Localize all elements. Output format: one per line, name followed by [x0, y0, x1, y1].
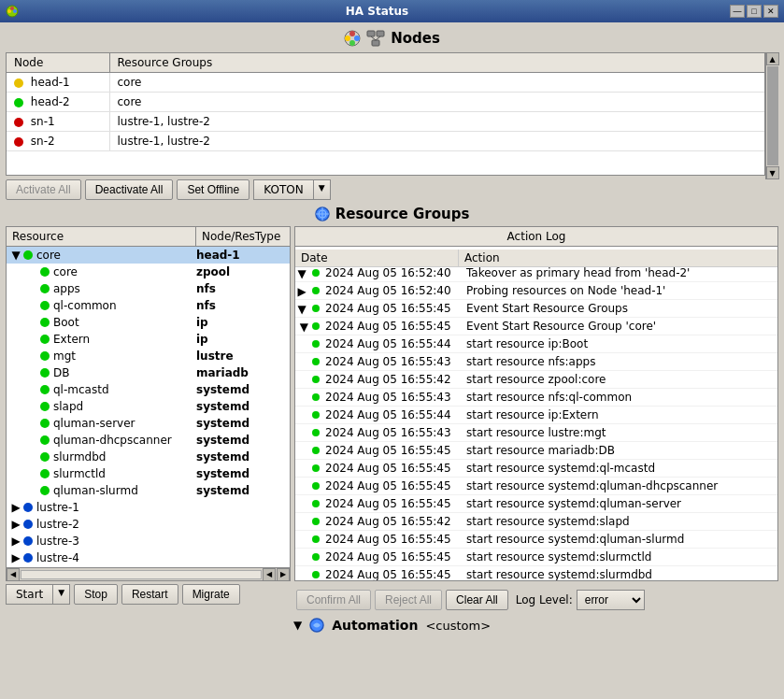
- tree-item[interactable]: ▶ lustre-4: [7, 549, 290, 566]
- log-row-date: 2024 Aug 05 16:55:44: [308, 407, 463, 423]
- cluster-name[interactable]: KOTON: [253, 179, 312, 200]
- nodes-scrollbar[interactable]: ▲ ▼: [765, 52, 778, 179]
- tree-item[interactable]: ql-common nfs: [7, 297, 290, 314]
- tree-item[interactable]: ▶ lustre-3: [7, 533, 290, 549]
- log-toggle[interactable]: ▼: [297, 267, 306, 280]
- close-button[interactable]: ✕: [763, 5, 778, 18]
- node-name-cell[interactable]: head-2: [7, 93, 109, 112]
- log-row[interactable]: ▶ 2024 Aug 05 16:52:40 Probing resources…: [295, 282, 777, 300]
- log-status-dot: [312, 429, 320, 436]
- tree-item[interactable]: slurmdbd systemd: [7, 449, 290, 465]
- log-row[interactable]: 2024 Aug 05 16:55:45 start resource syst…: [295, 566, 777, 581]
- log-level-select[interactable]: debuginfowarningerrorcritical: [577, 590, 645, 610]
- automation-collapse-arrow[interactable]: ▼: [293, 619, 302, 632]
- maximize-button[interactable]: □: [747, 5, 762, 18]
- automation-icon: [309, 618, 324, 633]
- set-offline-button[interactable]: Set Offline: [177, 179, 249, 200]
- log-row-expand: ▼: [295, 300, 308, 316]
- clear-all-button[interactable]: Clear All: [446, 590, 508, 610]
- log-row[interactable]: 2024 Aug 05 16:55:43 start resource nfs:…: [295, 389, 777, 407]
- resource-groups-title: Resource Groups: [6, 206, 778, 222]
- node-name-cell[interactable]: sn-1: [7, 112, 109, 132]
- log-toggle[interactable]: ▼: [297, 303, 306, 316]
- node-groups-cell: lustre-1, lustre-2: [109, 112, 764, 132]
- tree-hscrollbar[interactable]: ◀ ◀ ▶: [7, 567, 290, 580]
- tree-item[interactable]: mgt lustre: [7, 348, 290, 364]
- reject-all-button[interactable]: Reject All: [375, 590, 442, 610]
- tree-item[interactable]: qluman-dhcpscanner systemd: [7, 432, 290, 449]
- log-row-expand: [295, 371, 308, 374]
- tree-item[interactable]: apps nfs: [7, 280, 290, 297]
- tree-item[interactable]: slapd systemd: [7, 398, 290, 415]
- log-row[interactable]: 2024 Aug 05 16:55:43 start resource nfs:…: [295, 353, 777, 371]
- log-row[interactable]: 2024 Aug 05 16:55:45 start resource syst…: [295, 495, 777, 513]
- log-toggle[interactable]: ▼: [300, 321, 308, 334]
- tree-item-dot: [23, 250, 33, 260]
- scroll-up-arrow[interactable]: ▲: [766, 52, 779, 65]
- tree-item-node: ip: [196, 316, 290, 329]
- tree-item[interactable]: slurmctld systemd: [7, 465, 290, 482]
- log-row[interactable]: ▼ 2024 Aug 05 16:55:45 Event Start Resou…: [295, 318, 777, 335]
- log-row-expand: [295, 549, 308, 551]
- confirm-all-button[interactable]: Confirm All: [296, 590, 371, 610]
- log-level-label: Log Level:: [516, 593, 573, 606]
- tree-item[interactable]: Boot ip: [7, 314, 290, 331]
- restart-button[interactable]: Restart: [121, 584, 178, 605]
- migrate-button[interactable]: Migrate: [182, 584, 240, 605]
- node-name-cell[interactable]: sn-2: [7, 132, 109, 151]
- hscroll-right2[interactable]: ▶: [277, 568, 290, 581]
- log-row[interactable]: 2024 Aug 05 16:55:45 start resource syst…: [295, 531, 777, 549]
- titlebar-icon: [6, 5, 24, 18]
- automation-label: Automation: [332, 618, 418, 633]
- tree-toggle[interactable]: ▼: [10, 249, 21, 262]
- log-row[interactable]: 2024 Aug 05 16:55:45 start resource syst…: [295, 478, 777, 495]
- log-row[interactable]: ▼ 2024 Aug 05 16:55:45 Event Start Resou…: [295, 300, 777, 318]
- tree-toggle[interactable]: ▶: [10, 535, 21, 548]
- tree-item[interactable]: Extern ip: [7, 331, 290, 348]
- log-date-value: 2024 Aug 05 16:55:43: [325, 355, 451, 368]
- minimize-button[interactable]: —: [730, 5, 745, 18]
- tree-item-label: lustre-4: [36, 551, 79, 564]
- tree-item[interactable]: ▶ lustre-2: [7, 516, 290, 533]
- hscroll-left2[interactable]: ◀: [263, 568, 276, 581]
- deactivate-all-button[interactable]: Deactivate All: [85, 179, 174, 200]
- log-row[interactable]: 2024 Aug 05 16:55:42 start resource zpoo…: [295, 371, 777, 389]
- log-date-value: 2024 Aug 05 16:55:42: [325, 515, 451, 528]
- cluster-dropdown-arrow[interactable]: ▼: [313, 179, 331, 200]
- log-row[interactable]: 2024 Aug 05 16:55:45 start resource syst…: [295, 460, 777, 478]
- tree-toggle[interactable]: ▶: [10, 551, 21, 564]
- nodes-heading: Nodes: [391, 30, 440, 47]
- log-toggle[interactable]: ▶: [297, 285, 306, 298]
- hscroll-left[interactable]: ◀: [7, 568, 20, 581]
- start-split-button[interactable]: Start ▼: [6, 584, 70, 605]
- tree-item-node: ip: [196, 333, 290, 346]
- log-row[interactable]: 2024 Aug 05 16:55:42 start resource syst…: [295, 513, 777, 531]
- scroll-down-arrow[interactable]: ▼: [766, 166, 779, 179]
- log-row-expand: [295, 389, 308, 392]
- tree-item[interactable]: ▼ core head-1: [7, 247, 290, 264]
- tree-item[interactable]: ▶ lustre-1: [7, 499, 290, 516]
- tree-item[interactable]: core zpool: [7, 264, 290, 280]
- cluster-selector[interactable]: KOTON ▼: [253, 179, 330, 200]
- log-row-action: start resource lustre:mgt: [463, 424, 777, 441]
- tree-item[interactable]: qluman-slurmd systemd: [7, 482, 290, 499]
- node-name-cell[interactable]: head-1: [7, 73, 109, 93]
- log-status-dot: [312, 571, 320, 578]
- log-row[interactable]: 2024 Aug 05 16:55:45 start resource mari…: [295, 442, 777, 460]
- activate-all-button[interactable]: Activate All: [6, 179, 81, 200]
- tree-item[interactable]: DB mariadb: [7, 364, 290, 381]
- tree-toggle[interactable]: ▶: [10, 501, 21, 514]
- tree-item[interactable]: qluman-server systemd: [7, 415, 290, 432]
- log-row[interactable]: 2024 Aug 05 16:55:44 start resource ip:E…: [295, 407, 777, 424]
- start-button[interactable]: Start: [6, 584, 52, 605]
- svg-point-1: [7, 9, 11, 13]
- log-row[interactable]: 2024 Aug 05 16:55:43 start resource lust…: [295, 424, 777, 442]
- start-dropdown-arrow[interactable]: ▼: [52, 584, 70, 605]
- tree-toggle[interactable]: ▶: [10, 518, 21, 531]
- tree-item[interactable]: ql-mcastd systemd: [7, 381, 290, 398]
- log-date-value: 2024 Aug 05 16:52:40: [325, 266, 451, 279]
- stop-button[interactable]: Stop: [74, 584, 118, 605]
- scroll-thumb[interactable]: [767, 66, 778, 165]
- log-row[interactable]: 2024 Aug 05 16:55:45 start resource syst…: [295, 549, 777, 566]
- log-row[interactable]: 2024 Aug 05 16:55:44 start resource ip:B…: [295, 335, 777, 353]
